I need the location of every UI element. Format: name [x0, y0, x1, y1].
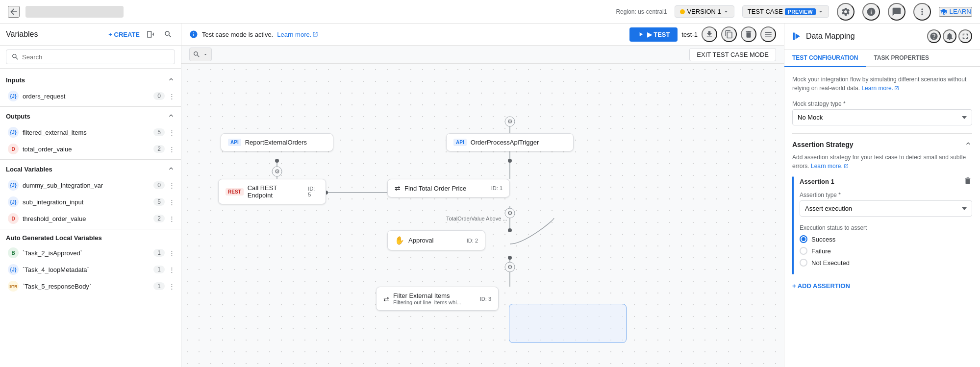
- panel-notification-button[interactable]: [943, 29, 956, 43]
- radio-failure[interactable]: Failure: [800, 247, 972, 255]
- list-item[interactable]: B `Task_2_isApproved` 1 ⋮: [0, 245, 181, 261]
- mock-learn-more-link[interactable]: Learn more.: [861, 84, 899, 93]
- node-order-process-api-trigger[interactable]: API OrderProcessApiTrigger: [446, 133, 574, 151]
- assertion-type-group: Assertion type * Assert execution: [800, 192, 972, 217]
- type-badge-json: {J}: [8, 180, 19, 191]
- settings-button[interactable]: [837, 3, 854, 21]
- node-find-total-order-price[interactable]: ⇄ Find Total Order Price ID: 1: [387, 179, 510, 197]
- variable-more-button[interactable]: ⋮: [169, 283, 175, 290]
- assertion-1-delete-button[interactable]: [963, 176, 972, 187]
- test-case-button[interactable]: TEST CASE PREVIEW: [742, 5, 829, 18]
- node-filter-external-items[interactable]: ⇄ Filter External Items Filtering out li…: [376, 287, 499, 311]
- variable-count: 5: [153, 128, 165, 136]
- svg-point-13: [508, 159, 512, 163]
- panel-help-button[interactable]: [927, 29, 941, 43]
- radio-failure-circle: [800, 247, 807, 255]
- radio-not-executed[interactable]: Not Executed: [800, 259, 972, 267]
- variable-more-button[interactable]: ⋮: [169, 146, 175, 153]
- play-icon: [637, 31, 644, 38]
- right-panel-title: Data Mapping: [792, 31, 855, 41]
- type-badge-json: {J}: [8, 264, 19, 275]
- node-call-rest-endpoint[interactable]: REST Call REST Endpoint ID: 5: [218, 179, 326, 204]
- variable-count: 1: [153, 266, 165, 273]
- assertion-learn-more-link[interactable]: Learn more.: [811, 162, 849, 171]
- inputs-chevron-icon[interactable]: [167, 75, 175, 85]
- outputs-chevron-icon[interactable]: [167, 112, 175, 121]
- add-assertion-button[interactable]: + ADD ASSERTION: [792, 282, 972, 290]
- download-button[interactable]: [702, 26, 717, 42]
- magnify-icon: [193, 50, 201, 58]
- tab-task-properties[interactable]: TASK PROPERTIES: [866, 49, 936, 67]
- version-button[interactable]: VERSION 1: [675, 5, 734, 18]
- canvas-zoom-bar: EXIT TEST CASE MODE: [181, 46, 784, 64]
- list-item[interactable]: {J} orders_request 0 ⋮: [0, 88, 181, 104]
- node-report-external-orders[interactable]: API ReportExternalOrders: [221, 133, 333, 151]
- variable-more-button[interactable]: ⋮: [169, 129, 175, 136]
- left-sidebar: Variables + CREATE Inputs: [0, 24, 181, 367]
- copy-button[interactable]: [721, 26, 737, 42]
- search-input[interactable]: [22, 53, 170, 61]
- learn-more-link[interactable]: Learn more.: [277, 31, 318, 38]
- mock-strategy-select[interactable]: No Mock: [792, 109, 972, 125]
- learn-button[interactable]: LEARN: [939, 7, 972, 17]
- assertion-1-content: Assertion 1 Assertion type * Assert exec…: [800, 176, 972, 274]
- svg-text:⚙: ⚙: [507, 264, 513, 270]
- assertion-strategy-chevron[interactable]: [964, 140, 972, 149]
- exit-test-case-button[interactable]: EXIT TEST CASE MODE: [689, 48, 776, 61]
- list-item[interactable]: {J} sub_integration_input 5 ⋮: [0, 194, 181, 210]
- test-name: test-1: [681, 31, 698, 38]
- variable-more-button[interactable]: ⋮: [169, 215, 175, 222]
- variable-name: dummy_sub_integration_var: [23, 182, 150, 189]
- list-item[interactable]: D threshold_order_value 2 ⋮: [0, 210, 181, 227]
- list-item[interactable]: STR `Task_5_responseBody` 1 ⋮: [0, 278, 181, 294]
- radio-success[interactable]: Success: [800, 235, 972, 243]
- data-mapping-icon: ⇄: [395, 184, 401, 192]
- feedback-button[interactable]: [888, 3, 905, 21]
- variable-more-button[interactable]: ⋮: [169, 182, 175, 189]
- variable-more-button[interactable]: ⋮: [169, 249, 175, 257]
- list-item[interactable]: {J} dummy_sub_integration_var 0 ⋮: [0, 177, 181, 194]
- inputs-section-title: Inputs: [6, 76, 25, 84]
- node-name: OrderProcessApiTrigger: [471, 139, 539, 146]
- back-button[interactable]: [8, 6, 20, 18]
- svg-point-17: [508, 256, 512, 260]
- sidebar-content: Inputs {J} orders_request 0 ⋮ Outputs: [0, 69, 181, 367]
- variable-more-button[interactable]: ⋮: [169, 266, 175, 273]
- search-icon: [11, 53, 19, 61]
- variable-count: 2: [153, 215, 165, 222]
- variable-name: filtered_external_items: [23, 129, 150, 136]
- variable-more-button[interactable]: ⋮: [169, 93, 175, 100]
- delete-test-button[interactable]: [741, 26, 756, 42]
- canvas-toolbar-left: Test case mode is active. Learn more.: [189, 30, 318, 39]
- svg-text:⚙: ⚙: [275, 168, 280, 175]
- info-button[interactable]: [862, 3, 880, 21]
- search-area: [0, 46, 181, 69]
- variable-count: 0: [153, 181, 165, 189]
- node-id: ID: 1: [487, 185, 503, 191]
- local-chevron-icon[interactable]: [167, 165, 175, 174]
- collapse-sidebar-button[interactable]: [144, 27, 157, 41]
- radio-success-circle: [800, 235, 807, 243]
- list-item[interactable]: D total_order_value 2 ⋮: [0, 141, 181, 157]
- more-button[interactable]: [913, 3, 931, 21]
- variable-more-button[interactable]: ⋮: [169, 198, 175, 206]
- node-approval[interactable]: ✋ Approval ID: 2: [387, 230, 485, 250]
- zoom-button[interactable]: [189, 48, 212, 61]
- test-case-label: TEST CASE: [748, 8, 783, 15]
- section-divider: [0, 106, 181, 107]
- right-panel-actions: [927, 29, 972, 43]
- create-button[interactable]: + CREATE: [108, 31, 140, 38]
- tab-test-configuration[interactable]: TEST CONFIGURATION: [784, 49, 866, 67]
- canvas-toolbar: Test case mode is active. Learn more. ▶ …: [181, 24, 784, 46]
- node-type-badge: API: [228, 139, 241, 146]
- assertion-strategy-section: Assertion Strategy Add assertion strateg…: [792, 140, 972, 290]
- list-item[interactable]: {J} `Task_4_loopMetadata` 1 ⋮: [0, 261, 181, 278]
- run-test-button[interactable]: ▶ TEST: [629, 27, 678, 42]
- svg-point-12: [275, 159, 279, 163]
- panel-expand-button[interactable]: [958, 29, 972, 43]
- list-item[interactable]: {J} filtered_external_items 5 ⋮: [0, 124, 181, 141]
- assertion-type-select[interactable]: Assert execution: [800, 200, 972, 217]
- external-link-icon: [312, 31, 318, 37]
- search-filter-button[interactable]: [161, 27, 175, 41]
- menu-button[interactable]: [760, 26, 776, 42]
